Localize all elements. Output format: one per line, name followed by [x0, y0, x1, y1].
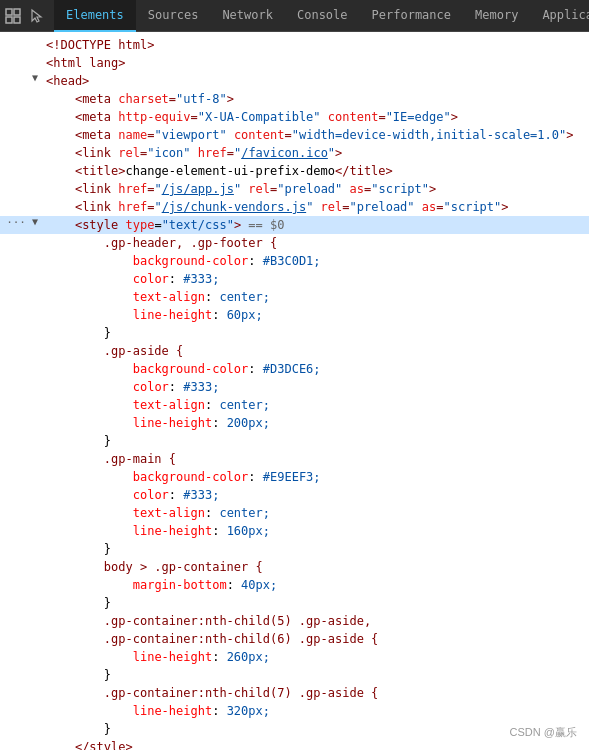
code-line[interactable]: color: #333;: [0, 270, 589, 288]
code-line[interactable]: line-height: 60px;: [0, 306, 589, 324]
tab-network-label: Network: [222, 8, 273, 22]
code-line[interactable]: <link rel="icon" href="/favicon.ico">: [0, 144, 589, 162]
code-line[interactable]: body > .gp-container {: [0, 558, 589, 576]
code-line[interactable]: color: #333;: [0, 378, 589, 396]
code-line[interactable]: .gp-container:nth-child(6) .gp-aside {: [0, 630, 589, 648]
code-line[interactable]: line-height: 160px;: [0, 522, 589, 540]
tab-elements-label: Elements: [66, 8, 124, 22]
svg-marker-4: [32, 10, 41, 22]
watermark: CSDN @赢乐: [506, 723, 581, 742]
code-line[interactable]: <html lang>: [0, 54, 589, 72]
tab-sources[interactable]: Sources: [136, 0, 211, 32]
svg-rect-0: [6, 9, 12, 15]
code-line[interactable]: <!DOCTYPE html>: [0, 36, 589, 54]
code-line[interactable]: }: [0, 432, 589, 450]
tab-performance[interactable]: Performance: [360, 0, 463, 32]
code-line[interactable]: text-align: center;: [0, 396, 589, 414]
code-line[interactable]: </style>: [0, 738, 589, 750]
code-line[interactable]: }: [0, 540, 589, 558]
code-line[interactable]: background-color: #D3DCE6;: [0, 360, 589, 378]
code-line[interactable]: ···▼ <style type="text/css"> == $0: [0, 216, 589, 234]
expand-arrow-style[interactable]: ▼: [32, 216, 46, 227]
code-line[interactable]: }: [0, 720, 589, 738]
code-line[interactable]: .gp-container:nth-child(5) .gp-aside,: [0, 612, 589, 630]
code-line[interactable]: background-color: #B3C0D1;: [0, 252, 589, 270]
devtools-icons: [4, 7, 46, 25]
code-line[interactable]: text-align: center;: [0, 504, 589, 522]
svg-rect-1: [6, 17, 12, 23]
tab-application-label: Application: [542, 8, 589, 22]
code-line[interactable]: line-height: 260px;: [0, 648, 589, 666]
tab-console[interactable]: Console: [285, 0, 360, 32]
code-line[interactable]: .gp-main {: [0, 450, 589, 468]
code-panel: <!DOCTYPE html> <html lang>▼<head> <meta…: [0, 32, 589, 750]
code-line[interactable]: }: [0, 594, 589, 612]
tab-performance-label: Performance: [372, 8, 451, 22]
code-line[interactable]: text-align: center;: [0, 288, 589, 306]
svg-rect-3: [14, 17, 20, 23]
code-line[interactable]: }: [0, 666, 589, 684]
code-line[interactable]: <link href="/js/chunk-vendors.js" rel="p…: [0, 198, 589, 216]
code-line[interactable]: line-height: 320px;: [0, 702, 589, 720]
code-line[interactable]: <meta charset="utf-8">: [0, 90, 589, 108]
devtools-tab-bar: Elements Sources Network Console Perform…: [0, 0, 589, 32]
tab-memory-label: Memory: [475, 8, 518, 22]
code-line[interactable]: <title>change-element-ui-prefix-demo</ti…: [0, 162, 589, 180]
tab-sources-label: Sources: [148, 8, 199, 22]
tab-elements[interactable]: Elements: [54, 0, 136, 32]
expand-arrow[interactable]: ▼: [32, 72, 46, 83]
code-line[interactable]: <link href="/js/app.js" rel="preload" as…: [0, 180, 589, 198]
code-line[interactable]: .gp-container:nth-child(7) .gp-aside {: [0, 684, 589, 702]
tab-network[interactable]: Network: [210, 0, 285, 32]
code-line[interactable]: .gp-aside {: [0, 342, 589, 360]
code-line[interactable]: <meta http-equiv="X-UA-Compatible" conte…: [0, 108, 589, 126]
code-line[interactable]: <meta name="viewport" content="width=dev…: [0, 126, 589, 144]
tab-memory[interactable]: Memory: [463, 0, 530, 32]
code-line[interactable]: .gp-header, .gp-footer {: [0, 234, 589, 252]
code-line[interactable]: }: [0, 324, 589, 342]
tab-console-label: Console: [297, 8, 348, 22]
inspect-icon[interactable]: [4, 7, 22, 25]
code-line[interactable]: background-color: #E9EEF3;: [0, 468, 589, 486]
dots-marker: ···: [4, 216, 32, 229]
code-line[interactable]: margin-bottom: 40px;: [0, 576, 589, 594]
cursor-icon[interactable]: [28, 7, 46, 25]
svg-rect-2: [14, 9, 20, 15]
tab-application[interactable]: Application: [530, 0, 589, 32]
code-line[interactable]: line-height: 200px;: [0, 414, 589, 432]
code-line[interactable]: color: #333;: [0, 486, 589, 504]
code-line[interactable]: ▼<head>: [0, 72, 589, 90]
